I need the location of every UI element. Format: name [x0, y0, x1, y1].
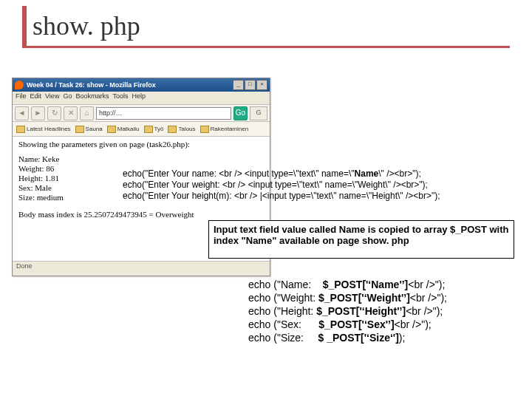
reload-button[interactable]: ↻ — [47, 106, 61, 120]
address-bar[interactable]: http://… — [96, 107, 231, 120]
maximize-button[interactable]: □ — [245, 80, 256, 90]
echo-line-2: echo ("Weight: $_POST['‘Weight'’]<br />"… — [248, 291, 447, 304]
title-accent-horizontal — [22, 46, 510, 48]
bookmark-tyo[interactable]: Työ — [143, 123, 166, 135]
menu-help[interactable]: Help — [132, 92, 146, 103]
menu-go[interactable]: Go — [63, 92, 72, 103]
code-line-3: echo("Enter Your height(m): <br /> |<inp… — [123, 191, 440, 202]
folder-icon — [107, 126, 116, 133]
home-button[interactable]: ⌂ — [80, 106, 94, 120]
echo-line-4: echo ("Sex: $_POST['‘Sex'’]<br />"); — [248, 318, 447, 331]
folder-icon — [200, 126, 209, 133]
row-name: Name: Keke — [18, 154, 264, 164]
menu-tools[interactable]: Tools — [112, 92, 128, 103]
minimize-button[interactable]: _ — [233, 80, 244, 90]
bookmark-talous[interactable]: Talous — [166, 123, 197, 135]
status-bar: Done — [13, 261, 270, 276]
annotation-box: Input text field value called Name is co… — [208, 220, 514, 259]
menu-bar: File Edit View Go Bookmarks Tools Help — [13, 92, 270, 105]
window-title: Week 04 / Task 26: show - Mozilla Firefo… — [27, 81, 233, 89]
go-button[interactable]: Go — [233, 106, 248, 120]
menu-view[interactable]: View — [45, 92, 59, 103]
search-engine-button[interactable]: G — [250, 106, 267, 120]
code-block-form: echo("Enter Your name: <br /> <input typ… — [123, 168, 440, 202]
bookmark-matkailu[interactable]: Matkailu — [106, 123, 141, 135]
echo-line-1: echo ("Name: $_POST['‘Name'’]<br />"); — [248, 278, 447, 291]
bookmark-rakentaminen[interactable]: Rakentaminen — [199, 123, 250, 135]
browser-titlebar: Week 04 / Task 26: show - Mozilla Firefo… — [13, 78, 270, 92]
code-line-2: echo("Enter Your weight: <br /> <input t… — [123, 180, 440, 191]
annotation-text: Input text field value called Name is co… — [214, 224, 509, 246]
folder-icon — [75, 126, 84, 133]
slide-title: show. php — [33, 10, 140, 41]
echo-line-3: echo ("Height: $_POST['‘Height'’]<br />"… — [248, 304, 447, 318]
bookmarks-toolbar: Latest Headlines Sauna Matkailu Työ Talo… — [13, 122, 270, 137]
forward-button[interactable]: ► — [31, 106, 45, 120]
echo-line-5: echo ("Size: $ _POST['‘Size‘']); — [248, 331, 447, 344]
folder-icon — [144, 126, 153, 133]
bmi-result: Body mass index is 25.2507249473945 = Ov… — [18, 210, 264, 219]
stop-button[interactable]: ✕ — [64, 106, 78, 120]
folder-icon — [16, 126, 25, 133]
title-accent-vertical — [22, 6, 27, 46]
close-button[interactable]: × — [256, 80, 267, 90]
menu-edit[interactable]: Edit — [30, 92, 42, 103]
window-buttons: _ □ × — [233, 80, 267, 90]
nav-toolbar: ◄ ► ↻ ✕ ⌂ http://… Go G — [13, 105, 270, 122]
code-line-1: echo("Enter Your name: <br /> <input typ… — [123, 168, 440, 180]
content-heading: Showing the parameters given on page (ta… — [18, 140, 264, 149]
code-block-echo: echo ("Name: $_POST['‘Name'’]<br />"); e… — [248, 278, 447, 344]
bookmark-sauna[interactable]: Sauna — [74, 123, 104, 135]
bookmark-latest[interactable]: Latest Headlines — [15, 123, 72, 135]
folder-icon — [168, 126, 177, 133]
menu-bookmarks[interactable]: Bookmarks — [75, 92, 109, 103]
menu-file[interactable]: File — [16, 92, 27, 103]
back-button[interactable]: ◄ — [15, 106, 29, 120]
firefox-icon — [15, 81, 24, 89]
